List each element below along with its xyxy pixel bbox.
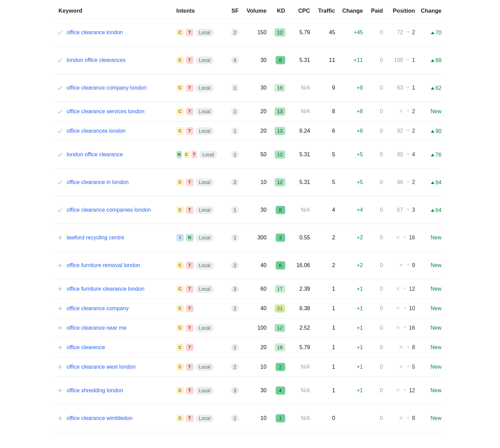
keyword-link[interactable]: office clearances london: [67, 127, 126, 135]
col-cpc[interactable]: CPC: [288, 3, 313, 19]
table-row: office clearance londonCTLocal2150125.79…: [56, 19, 444, 47]
intent-badge-t: T: [186, 387, 194, 394]
volume-value: 150: [258, 29, 267, 35]
triangle-up-icon: [431, 31, 434, 34]
arrow-right-icon: [405, 179, 410, 186]
kd-value: 2: [276, 363, 285, 371]
traffic-change-value: +2: [357, 235, 363, 240]
intents: CTLocal: [176, 108, 218, 116]
keyword-link[interactable]: office furniture clearance london: [67, 285, 144, 293]
volume-value: 10: [261, 364, 267, 370]
triangle-up-icon: [431, 59, 434, 62]
position-to: 1: [412, 56, 415, 64]
sf-value: 1: [231, 108, 239, 115]
paid-value: 0: [380, 85, 383, 91]
keyword-link[interactable]: office clearance wimbledon: [67, 414, 133, 422]
position-to: 2: [412, 108, 415, 115]
col-sf[interactable]: SF: [220, 3, 241, 19]
col-traffic[interactable]: Traffic: [313, 3, 338, 19]
keyword-link[interactable]: office clearance west london: [67, 363, 136, 371]
add-icon[interactable]: [57, 364, 63, 370]
position-change-value: 99: [431, 57, 442, 64]
local-chip: Local: [196, 387, 214, 395]
add-icon[interactable]: [57, 325, 63, 331]
cpc-value: 2.52: [300, 325, 310, 331]
cpc-value: N/A: [301, 85, 310, 91]
add-icon[interactable]: [57, 286, 63, 292]
position-from: 72: [397, 29, 403, 36]
add-icon[interactable]: [57, 387, 63, 394]
keyword-link[interactable]: london office clearances: [67, 56, 126, 64]
col-keyword[interactable]: Keyword: [56, 3, 174, 19]
intent-badge-i: I: [176, 234, 184, 241]
paid-value: 0: [380, 387, 383, 393]
keyword-link[interactable]: office clearence: [67, 344, 105, 351]
tracked-icon[interactable]: [57, 108, 63, 115]
cpc-value: N/A: [301, 387, 310, 393]
cpc-value: 5.31: [300, 57, 310, 63]
traffic-change-value: +1: [357, 344, 363, 350]
col-kd[interactable]: KD: [269, 3, 288, 19]
tracked-icon[interactable]: [57, 85, 63, 91]
keyword-link[interactable]: office clearance company london: [67, 84, 147, 92]
keyword-link[interactable]: office clearance companies london: [67, 206, 151, 214]
traffic-change-value: +1: [357, 387, 363, 393]
traffic-value: 2: [332, 235, 335, 240]
table-row: office clearenceCT120165.791+10✕8New: [56, 338, 444, 357]
tracked-icon[interactable]: [57, 29, 63, 36]
traffic-value: 0: [332, 415, 335, 421]
add-icon[interactable]: [57, 305, 63, 312]
kd-value: 3: [276, 234, 285, 242]
position-to: 9: [412, 262, 415, 269]
tracked-icon[interactable]: [57, 207, 63, 213]
tracked-icon[interactable]: [57, 151, 63, 158]
keyword-link[interactable]: office clearance company: [67, 305, 129, 312]
traffic-value: 1: [332, 364, 335, 370]
volume-value: 30: [261, 85, 267, 91]
position-value: 722: [397, 29, 415, 36]
keyword-link[interactable]: lawford recycling centre: [67, 234, 124, 241]
volume-value: 20: [261, 108, 267, 114]
traffic-value: 45: [329, 29, 335, 35]
position-value: 631: [397, 84, 415, 92]
position-change-new: New: [431, 262, 442, 269]
cpc-value: N/A: [301, 207, 310, 213]
local-chip: Local: [196, 234, 214, 242]
keyword-link[interactable]: london office clearance: [67, 151, 123, 158]
col-volume[interactable]: Volume: [241, 3, 269, 19]
position-to: 2: [412, 179, 415, 186]
intent-badge-c: C: [176, 305, 184, 312]
keyword-link[interactable]: office clearance services london: [67, 108, 144, 115]
tracked-icon[interactable]: [57, 128, 63, 134]
close-icon: ✕: [396, 324, 400, 332]
tracked-icon[interactable]: [57, 179, 63, 185]
position-change-new: New: [431, 344, 442, 351]
add-icon[interactable]: [57, 235, 63, 241]
intents: CTLocal: [176, 179, 218, 186]
add-icon[interactable]: [57, 344, 63, 351]
kd-value: 1: [276, 414, 285, 422]
add-icon[interactable]: [57, 415, 63, 421]
tracked-icon[interactable]: [57, 57, 63, 63]
traffic-change-value: +1: [357, 364, 363, 370]
keyword-link[interactable]: office shredding london: [67, 387, 123, 394]
keyword-link[interactable]: office clearance in london: [67, 179, 129, 186]
col-paid[interactable]: Paid: [366, 3, 385, 19]
keyword-link[interactable]: office clearance near me: [67, 324, 127, 332]
col-position-change[interactable]: Change: [418, 3, 444, 19]
keyword-link[interactable]: office clearance london: [67, 29, 123, 36]
col-intents[interactable]: Intents: [174, 3, 220, 19]
intents: INLocal: [176, 234, 218, 242]
local-chip: Local: [196, 179, 214, 186]
intent-badge-n: N: [176, 151, 182, 158]
volume-value: 10: [261, 415, 267, 421]
col-traffic-change[interactable]: Change: [338, 3, 366, 19]
sf-value: 1: [231, 414, 239, 422]
cpc-value: 6.38: [300, 305, 310, 311]
add-icon[interactable]: [57, 262, 63, 268]
intent-badge-n: N: [186, 234, 194, 241]
intents: CTLocal: [176, 56, 218, 64]
keyword-link[interactable]: office furniture removal london: [67, 262, 140, 269]
intent-badge-t: T: [186, 305, 194, 312]
col-position[interactable]: Position: [386, 3, 418, 19]
